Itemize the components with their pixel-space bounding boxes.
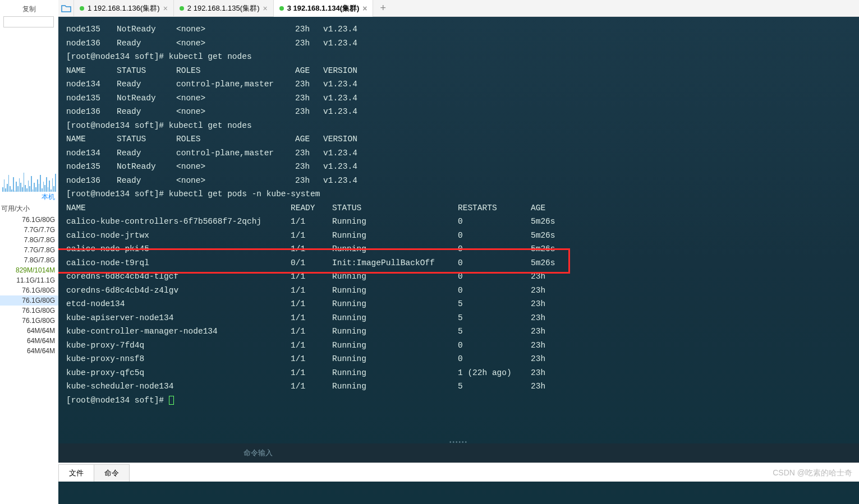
- cursor: [169, 396, 174, 405]
- size-row[interactable]: 11.1G/11.1G: [0, 275, 58, 285]
- size-row[interactable]: 76.1G/80G: [0, 316, 58, 326]
- copy-label[interactable]: 复制: [0, 0, 58, 16]
- size-row[interactable]: 64M/64M: [0, 336, 58, 346]
- chart-bars: [2, 170, 56, 192]
- size-row[interactable]: 64M/64M: [0, 326, 58, 336]
- size-row[interactable]: 7.7G/7.8G: [0, 245, 58, 255]
- status-dot-icon: [279, 6, 284, 11]
- tab-1[interactable]: 1 192.168.1.136(集群)×: [74, 0, 174, 17]
- terminal[interactable]: node135NotReady<none>23hv1.23.4 node136R…: [58, 17, 859, 504]
- sizes-header: 可用/大小: [0, 203, 58, 215]
- tab-label: 2 192.168.1.135(集群): [187, 3, 260, 13]
- bottom-tab-cmd[interactable]: 命令: [94, 464, 130, 482]
- tab-label: 3 192.168.1.134(集群): [287, 3, 360, 13]
- close-icon[interactable]: ×: [362, 4, 367, 13]
- size-row[interactable]: 829M/1014M: [0, 265, 58, 275]
- size-row[interactable]: 76.1G/80G: [0, 306, 58, 316]
- size-row[interactable]: 76.1G/80G: [0, 215, 58, 225]
- tab-add-button[interactable]: +: [373, 2, 393, 14]
- command-input-placeholder: 命令输入: [244, 448, 273, 458]
- tabbar: 1 192.168.1.136(集群)×2 192.168.1.135(集群)×…: [58, 0, 859, 17]
- sidebar: 复制 本机 可用/大小 76.1G/80G7.7G/7.7G7.8G/7.8G7…: [0, 0, 58, 504]
- command-input-bar[interactable]: 命令输入: [58, 443, 859, 463]
- sizes-list: 76.1G/80G7.7G/7.7G7.8G/7.8G7.7G/7.8G7.8G…: [0, 215, 58, 356]
- bottom-tab-file[interactable]: 文件: [58, 464, 94, 482]
- tab-3[interactable]: 3 192.168.1.134(集群)×: [274, 0, 374, 17]
- main: 1 192.168.1.136(集群)×2 192.168.1.135(集群)×…: [58, 0, 859, 504]
- status-dot-icon: [80, 6, 84, 11]
- tab-2[interactable]: 2 192.168.1.135(集群)×: [174, 0, 274, 17]
- sidebar-input[interactable]: [3, 16, 54, 27]
- bottom-tabs: 文件 命令: [58, 463, 859, 482]
- size-row[interactable]: 64M/64M: [0, 346, 58, 356]
- size-row[interactable]: 7.7G/7.7G: [0, 225, 58, 235]
- watermark: CSDN @吃素的哈士奇: [773, 468, 852, 478]
- size-row[interactable]: 7.8G/7.8G: [0, 235, 58, 245]
- local-label[interactable]: 本机: [42, 192, 55, 202]
- status-dot-icon: [180, 6, 184, 11]
- size-row[interactable]: 76.1G/80G: [0, 295, 58, 306]
- close-icon[interactable]: ×: [263, 4, 267, 13]
- folder-icon[interactable]: [58, 0, 74, 17]
- size-row[interactable]: 7.8G/7.8G: [0, 255, 58, 265]
- size-row[interactable]: 76.1G/80G: [0, 285, 58, 295]
- sidebar-chart: 本机: [0, 32, 58, 203]
- close-icon[interactable]: ×: [163, 4, 168, 13]
- tab-label: 1 192.168.1.136(集群): [88, 3, 160, 13]
